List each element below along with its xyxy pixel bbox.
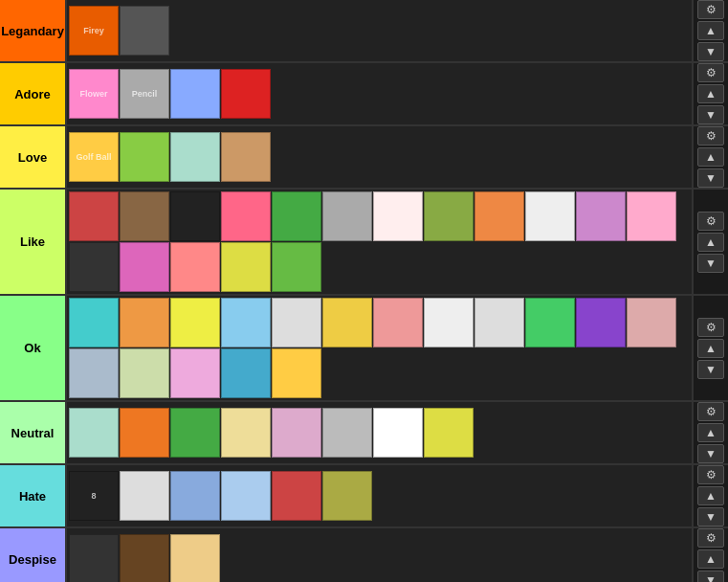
gear-icon[interactable]: ⚙	[697, 402, 724, 421]
down-arrow-icon[interactable]: ▼	[697, 571, 724, 582]
tier-row-despise: Despise⚙▲▼	[0, 528, 728, 582]
tier-content-hate[interactable]: 8	[67, 465, 692, 526]
tier-item-love-0[interactable]: Golf Ball	[69, 132, 119, 182]
tier-item-like-12[interactable]	[69, 242, 119, 292]
tier-item-ok-7[interactable]	[424, 298, 474, 347]
tier-item-neutral-3[interactable]	[221, 408, 271, 458]
down-arrow-icon[interactable]: ▼	[697, 507, 724, 526]
tier-controls-legendary: ⚙▲▼	[692, 0, 728, 61]
gear-icon[interactable]: ⚙	[697, 318, 724, 337]
up-arrow-icon[interactable]: ▲	[697, 84, 724, 103]
tier-item-despise-0[interactable]	[69, 534, 119, 582]
tier-item-love-3[interactable]	[221, 132, 271, 182]
up-arrow-icon[interactable]: ▲	[697, 21, 724, 40]
down-arrow-icon[interactable]: ▼	[697, 105, 724, 124]
tier-item-like-3[interactable]	[221, 191, 271, 241]
up-arrow-icon[interactable]: ▲	[697, 486, 724, 505]
tier-item-adore-3[interactable]	[221, 69, 271, 119]
gear-icon[interactable]: ⚙	[697, 528, 724, 548]
down-arrow-icon[interactable]: ▼	[697, 42, 724, 61]
tier-item-like-2[interactable]	[170, 191, 220, 241]
tier-item-like-14[interactable]	[170, 242, 220, 292]
tier-controls-despise: ⚙▲▼	[692, 528, 728, 582]
tier-row-ok: Ok⚙▲▼	[0, 296, 728, 402]
tier-item-ok-12[interactable]	[69, 348, 119, 398]
tier-item-ok-6[interactable]	[373, 298, 423, 347]
tier-item-neutral-5[interactable]	[322, 408, 372, 458]
tier-item-ok-4[interactable]	[272, 298, 321, 347]
down-arrow-icon[interactable]: ▼	[697, 360, 724, 379]
tier-item-neutral-6[interactable]: don't	[373, 408, 423, 458]
tier-item-like-0[interactable]	[69, 191, 119, 241]
up-arrow-icon[interactable]: ▲	[697, 549, 724, 569]
up-arrow-icon[interactable]: ▲	[697, 147, 724, 167]
tier-item-ok-3[interactable]	[221, 298, 271, 347]
up-arrow-icon[interactable]: ▲	[697, 423, 724, 442]
tier-content-like[interactable]	[67, 190, 692, 294]
tier-item-ok-16[interactable]	[272, 348, 321, 398]
tier-content-love[interactable]: Golf Ball	[67, 126, 692, 188]
tier-item-despise-1[interactable]	[120, 534, 169, 582]
tier-item-ok-10[interactable]	[576, 298, 626, 347]
tier-item-ok-8[interactable]	[474, 298, 524, 347]
tier-item-like-8[interactable]	[474, 191, 524, 241]
tier-label-ok: Ok	[0, 296, 67, 400]
tier-item-neutral-1[interactable]	[120, 408, 169, 458]
tier-content-adore[interactable]: FlowerPencil	[67, 63, 692, 124]
gear-icon[interactable]: ⚙	[697, 126, 724, 146]
tier-item-like-11[interactable]	[627, 191, 676, 241]
tier-item-hate-3[interactable]	[221, 471, 271, 521]
tier-item-love-2[interactable]	[170, 132, 220, 182]
tier-item-ok-9[interactable]	[525, 298, 575, 347]
tier-item-like-4[interactable]	[272, 191, 321, 241]
tier-row-neutral: Neutraldon't⚙▲▼	[0, 402, 728, 465]
tier-item-hate-0[interactable]: 8	[69, 471, 119, 521]
tier-item-ok-15[interactable]	[221, 348, 271, 398]
down-arrow-icon[interactable]: ▼	[697, 168, 724, 188]
tier-item-adore-0[interactable]: Flower	[69, 69, 119, 119]
tier-item-like-15[interactable]	[221, 242, 271, 292]
tier-item-neutral-2[interactable]	[170, 408, 220, 458]
down-arrow-icon[interactable]: ▼	[697, 254, 724, 273]
tier-item-like-9[interactable]	[525, 191, 575, 241]
tier-item-ok-14[interactable]	[170, 348, 220, 398]
tier-item-hate-2[interactable]	[170, 471, 220, 521]
tier-item-despise-2[interactable]	[170, 534, 220, 582]
tier-item-adore-2[interactable]	[170, 69, 220, 119]
gear-icon[interactable]: ⚙	[697, 63, 724, 82]
gear-icon[interactable]: ⚙	[697, 212, 724, 231]
tier-content-ok[interactable]	[67, 296, 692, 400]
tier-item-like-16[interactable]	[272, 242, 321, 292]
tier-content-legendary[interactable]: Firey	[67, 0, 692, 61]
gear-icon[interactable]: ⚙	[697, 465, 724, 484]
gear-icon[interactable]: ⚙	[697, 0, 724, 19]
tier-item-ok-1[interactable]	[120, 298, 169, 347]
tier-item-neutral-0[interactable]	[69, 408, 119, 458]
tier-item-like-13[interactable]	[120, 242, 169, 292]
tier-item-adore-1[interactable]: Pencil	[120, 69, 169, 119]
tier-item-neutral-4[interactable]	[272, 408, 321, 458]
tier-item-legendary-0[interactable]: Firey	[69, 6, 119, 56]
tier-content-neutral[interactable]: don't	[67, 402, 692, 463]
tier-item-like-7[interactable]	[424, 191, 474, 241]
tier-item-ok-5[interactable]	[322, 298, 372, 347]
up-arrow-icon[interactable]: ▲	[697, 233, 724, 252]
tier-item-like-1[interactable]	[120, 191, 169, 241]
tier-content-despise[interactable]	[67, 528, 692, 582]
tier-item-ok-13[interactable]	[120, 348, 169, 398]
tier-item-neutral-7[interactable]	[424, 408, 474, 458]
tier-item-hate-5[interactable]	[322, 471, 372, 521]
tier-item-hate-4[interactable]	[272, 471, 321, 521]
tier-item-ok-0[interactable]	[69, 298, 119, 347]
tier-item-like-5[interactable]	[322, 191, 372, 241]
tier-item-hate-1[interactable]	[120, 471, 169, 521]
tier-item-like-10[interactable]	[576, 191, 626, 241]
tier-controls-like: ⚙▲▼	[692, 190, 728, 294]
tier-item-ok-2[interactable]	[170, 298, 220, 347]
up-arrow-icon[interactable]: ▲	[697, 339, 724, 358]
tier-item-love-1[interactable]	[120, 132, 169, 182]
tier-item-like-6[interactable]	[373, 191, 423, 241]
tier-item-ok-11[interactable]	[627, 298, 676, 347]
tier-item-legendary-1[interactable]	[120, 6, 169, 56]
down-arrow-icon[interactable]: ▼	[697, 444, 724, 463]
